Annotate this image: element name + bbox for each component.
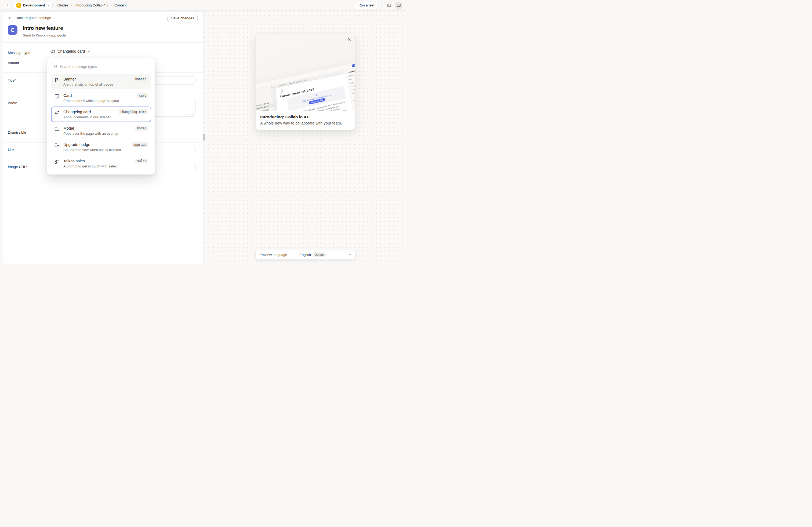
option-badge: modal bbox=[135, 126, 148, 131]
preview-language-bar: Preview language English Default bbox=[255, 250, 356, 259]
toggle-right-panel-button[interactable] bbox=[395, 2, 402, 9]
option-description: Alert that sits on top of all pages bbox=[63, 82, 148, 86]
megaphone-icon bbox=[50, 49, 55, 54]
arrow-left-icon bbox=[8, 16, 12, 20]
preview-close-button[interactable] bbox=[347, 37, 351, 41]
window-overlay-icon bbox=[54, 142, 60, 152]
option-description: A prompt to get in touch with sales bbox=[63, 164, 148, 168]
breadcrumb-separator: › bbox=[111, 3, 112, 7]
option-title: Modal bbox=[63, 126, 135, 131]
mock-app-screenshot: Share Collab.io ⌄⌕ ⚡ ⌂ Home✉ Inbox Favor… bbox=[256, 60, 355, 111]
option-badge: upgrade bbox=[132, 142, 148, 147]
run-a-test-button[interactable]: Run a test bbox=[355, 2, 378, 9]
title-field-label: Title* bbox=[8, 78, 16, 82]
top-bar: Development Guides › Introducing Collab … bbox=[0, 0, 406, 11]
message-type-select[interactable]: Changelog card bbox=[50, 49, 91, 54]
option-badge: changelog-card bbox=[119, 109, 148, 114]
preview-changelog-card: Share Collab.io ⌄⌕ ⚡ ⌂ Home✉ Inbox Favor… bbox=[255, 33, 356, 130]
preview-language-label: Preview language bbox=[259, 253, 297, 257]
back-to-guide-settings-label: Back to guide settings bbox=[16, 16, 51, 20]
search-icon bbox=[54, 64, 58, 69]
message-type-value: Changelog card bbox=[57, 49, 85, 54]
breadcrumb-content[interactable]: Content bbox=[114, 3, 127, 7]
breadcrumb-guides[interactable]: Guides bbox=[57, 3, 69, 7]
link-field-label: Link bbox=[8, 148, 14, 152]
flag-icon bbox=[54, 77, 60, 86]
option-title: Changelog card bbox=[63, 110, 119, 114]
message-type-dropdown: Banner banner Alert that sits on top of … bbox=[47, 58, 155, 175]
option-title: Upgrade nudge bbox=[63, 142, 132, 147]
language-default-badge: Default bbox=[313, 253, 326, 257]
save-changes-button[interactable]: Save changes bbox=[168, 14, 198, 22]
environment-switcher[interactable]: Development bbox=[14, 2, 53, 9]
option-badge: banner bbox=[133, 77, 148, 81]
close-icon bbox=[347, 37, 351, 41]
knock-guide-editor: Development Guides › Introducing Collab … bbox=[0, 0, 406, 264]
message-type-option-talk-to-sales[interactable]: Talk to sales sales A prompt to get in t… bbox=[51, 156, 151, 171]
dropdown-search bbox=[51, 62, 151, 71]
option-description: Announcements in our sidebar bbox=[63, 115, 148, 119]
variant-label: Variant bbox=[8, 61, 19, 65]
preview-card-subtitle: A whole new way to collaborate with your… bbox=[260, 121, 351, 125]
option-badge: card bbox=[137, 93, 148, 98]
preview-language-select[interactable]: English Default bbox=[297, 251, 354, 258]
option-description: Embedded UI within a page's layout bbox=[63, 99, 148, 103]
mock-rocket-icon bbox=[280, 89, 284, 94]
option-title: Card bbox=[63, 93, 137, 98]
chevron-down-icon bbox=[47, 4, 50, 7]
breadcrumb: Guides › Introducing Collab 4.0 › Conten… bbox=[57, 3, 127, 7]
back-button[interactable] bbox=[4, 2, 11, 9]
option-description: Pops-over the page with an overlay bbox=[63, 132, 148, 136]
chevron-down-icon bbox=[87, 50, 91, 53]
option-title: Banner bbox=[63, 77, 133, 81]
mock-share-button: Share bbox=[351, 63, 355, 67]
preview-card-title: Introducing: Collab.io 4.0 bbox=[260, 115, 351, 119]
back-to-guide-settings-link[interactable]: Back to guide settings bbox=[8, 16, 51, 20]
panel-left-icon bbox=[387, 3, 391, 7]
message-type-option-card[interactable]: Card card Embedded UI within a page's la… bbox=[51, 90, 151, 106]
section-divider bbox=[3, 42, 204, 43]
search-message-types-input[interactable] bbox=[51, 62, 151, 71]
list-icon bbox=[54, 159, 60, 168]
megaphone-icon bbox=[54, 109, 60, 119]
option-badge: sales bbox=[135, 159, 148, 163]
message-type-option-changelog-card[interactable]: Changelog card changelog-card Announceme… bbox=[51, 107, 151, 122]
dismissible-label: Dismissible bbox=[8, 131, 26, 134]
breadcrumb-guide-name[interactable]: Introducing Collab 4.0 bbox=[74, 3, 108, 7]
message-type-option-modal[interactable]: Modal modal Pops-over the page with an o… bbox=[51, 123, 151, 138]
environment-label: Development bbox=[23, 3, 45, 7]
option-description: An upgrade flow when use is blocked bbox=[63, 148, 148, 152]
option-title: Talk to sales bbox=[63, 159, 135, 163]
resize-handle-icon[interactable] bbox=[191, 113, 194, 115]
preview-panel: Share Collab.io ⌄⌕ ⚡ ⌂ Home✉ Inbox Favor… bbox=[204, 11, 406, 264]
toolbar-divider bbox=[381, 2, 382, 8]
toggle-left-panel-button[interactable] bbox=[386, 2, 393, 9]
modal-icon bbox=[54, 126, 60, 136]
chevron-left-icon bbox=[6, 3, 10, 7]
image-url-label: Image URL* bbox=[8, 165, 28, 169]
chevron-down-icon bbox=[348, 253, 352, 257]
guide-subtitle: Send to Knock in-app guide bbox=[23, 33, 66, 37]
preview-card-body: Introducing: Collab.io 4.0 A whole new w… bbox=[256, 111, 355, 129]
body-field-label: Body* bbox=[8, 101, 17, 105]
message-type-label: Message type bbox=[8, 51, 30, 55]
language-value: English bbox=[300, 253, 311, 257]
environment-icon bbox=[16, 3, 21, 8]
guide-avatar: C bbox=[8, 25, 17, 35]
panel-resize-handle[interactable] bbox=[203, 134, 205, 140]
guide-title: Intro new feature bbox=[23, 25, 63, 31]
breadcrumb-separator: › bbox=[71, 3, 72, 7]
preview-card-image: Share Collab.io ⌄⌕ ⚡ ⌂ Home✉ Inbox Favor… bbox=[256, 34, 355, 111]
message-type-option-upgrade-nudge[interactable]: Upgrade nudge upgrade An upgrade flow wh… bbox=[51, 139, 151, 155]
message-type-option-banner[interactable]: Banner banner Alert that sits on top of … bbox=[51, 74, 151, 89]
card-icon bbox=[54, 93, 60, 103]
upload-icon bbox=[315, 93, 318, 97]
panel-right-icon bbox=[396, 3, 401, 7]
